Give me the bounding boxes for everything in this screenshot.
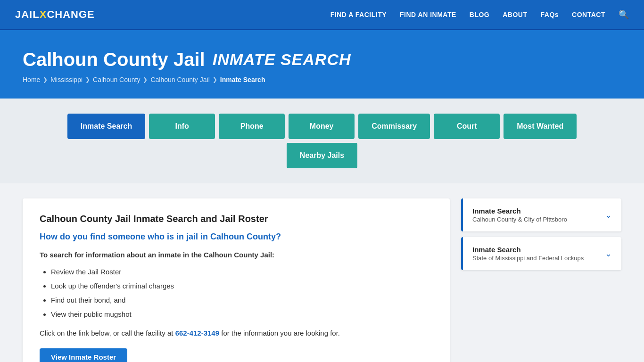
breadcrumb-mississippi[interactable]: Mississippi <box>50 76 83 83</box>
logo-x: X <box>40 8 47 20</box>
sidebar-card-local: Inmate Search Calhoun County & City of P… <box>461 198 621 231</box>
content-list: Review the Jail Roster Look up the offen… <box>51 266 433 320</box>
nav-contact[interactable]: CONTACT <box>572 11 605 18</box>
nav-find-facility[interactable]: FIND A FACILITY <box>330 11 387 18</box>
sidebar-card-local-header[interactable]: Inmate Search Calhoun County & City of P… <box>461 198 621 231</box>
tabs-row-2: Nearby Jails <box>287 143 357 168</box>
tab-info[interactable]: Info <box>149 114 215 139</box>
logo[interactable]: JAILXCHANGE <box>15 8 95 21</box>
sidebar-card-state-subtitle: State of Mississippi and Federal Lockups <box>472 255 584 262</box>
breadcrumb-calhoun-county[interactable]: Calhoun County <box>93 76 140 83</box>
search-icon[interactable]: 🔍 <box>619 9 629 20</box>
breadcrumb-sep-2: ❯ <box>85 76 90 83</box>
tab-money[interactable]: Money <box>289 114 355 139</box>
logo-part1: JAIL <box>15 8 40 20</box>
navbar: JAILXCHANGE FIND A FACILITY FIND AN INMA… <box>0 0 644 30</box>
sidebar-card-state-title: Inmate Search <box>472 246 584 254</box>
tab-court[interactable]: Court <box>434 114 500 139</box>
tabs-row-1: Inmate Search Info Phone Money Commissar… <box>67 114 577 139</box>
nav-find-inmate[interactable]: FIND AN INMATE <box>400 11 456 18</box>
list-item: View their public mugshot <box>51 309 433 320</box>
cta-button[interactable]: View Inmate Roster <box>40 348 127 362</box>
breadcrumb-sep-1: ❯ <box>43 76 48 83</box>
sidebar-card-local-title: Inmate Search <box>472 207 567 215</box>
breadcrumb: Home ❯ Mississippi ❯ Calhoun County ❯ Ca… <box>23 76 621 83</box>
tab-nearby-jails[interactable]: Nearby Jails <box>287 143 357 168</box>
breadcrumb-current: Inmate Search <box>220 76 265 83</box>
logo-part2: CHANGE <box>47 8 94 20</box>
title-main: Calhoun County Jail <box>23 49 205 70</box>
hero-section: Calhoun County Jail INMATE SEARCH Home ❯… <box>0 30 644 99</box>
sidebar-card-local-text: Inmate Search Calhoun County & City of P… <box>472 207 567 223</box>
list-item: Look up the offender's criminal charges <box>51 280 433 292</box>
page-title: Calhoun County Jail INMATE SEARCH <box>23 49 621 70</box>
sidebar-card-local-subtitle: Calhoun County & City of Pittsboro <box>472 216 567 223</box>
breadcrumb-calhoun-jail[interactable]: Calhoun County Jail <box>150 76 209 83</box>
nav-about[interactable]: ABOUT <box>503 11 527 18</box>
content-area: Calhoun County Jail Inmate Search and Ja… <box>23 198 450 362</box>
nav-blog[interactable]: BLOG <box>470 11 489 18</box>
content-heading: Calhoun County Jail Inmate Search and Ja… <box>40 214 433 224</box>
content-intro: To search for information about an inmat… <box>40 251 274 259</box>
logo-jail: JAILXCHANGE <box>15 8 95 21</box>
footer-text-after: for the information you are looking for. <box>219 329 340 337</box>
list-item: Find out their bond, and <box>51 295 433 306</box>
title-sub: INMATE SEARCH <box>213 50 351 69</box>
content-footer: Click on the link below, or call the fac… <box>40 328 433 339</box>
sidebar-card-state-text: Inmate Search State of Mississippi and F… <box>472 246 584 262</box>
sidebar: Inmate Search Calhoun County & City of P… <box>461 198 621 362</box>
nav-links: FIND A FACILITY FIND AN INMATE BLOG ABOU… <box>330 9 629 20</box>
tabs-section: Inmate Search Info Phone Money Commissar… <box>0 99 644 183</box>
nav-faqs[interactable]: FAQs <box>541 11 559 18</box>
breadcrumb-sep-4: ❯ <box>213 76 217 83</box>
tab-inmate-search[interactable]: Inmate Search <box>67 114 145 139</box>
sidebar-card-state: Inmate Search State of Mississippi and F… <box>461 237 621 270</box>
list-item: Review the Jail Roster <box>51 266 433 278</box>
phone-link[interactable]: 662-412-3149 <box>175 329 219 337</box>
content-subheading: How do you find someone who is in jail i… <box>40 232 433 242</box>
tab-phone[interactable]: Phone <box>219 114 285 139</box>
chevron-down-icon: ⌄ <box>605 210 612 220</box>
breadcrumb-home[interactable]: Home <box>23 76 40 83</box>
tab-commissary[interactable]: Commissary <box>358 114 430 139</box>
main-content: Calhoun County Jail Inmate Search and Ja… <box>0 183 644 362</box>
chevron-down-icon: ⌄ <box>605 248 612 259</box>
tab-most-wanted[interactable]: Most Wanted <box>504 114 577 139</box>
breadcrumb-sep-3: ❯ <box>143 76 148 83</box>
sidebar-card-state-header[interactable]: Inmate Search State of Mississippi and F… <box>461 237 621 270</box>
footer-text-before: Click on the link below, or call the fac… <box>40 329 175 337</box>
